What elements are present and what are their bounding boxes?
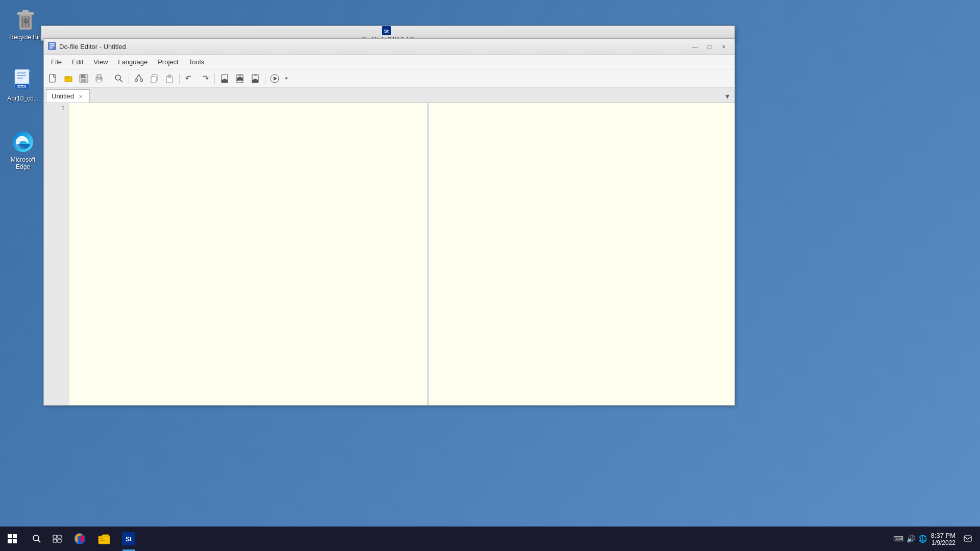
- taskbar-date: 1/9/2022: [931, 539, 955, 546]
- dofile-minimize-btn[interactable]: —: [689, 42, 702, 52]
- tab-untitled-close[interactable]: ×: [77, 93, 84, 100]
- svg-marker-22: [54, 74, 56, 77]
- svg-rect-56: [58, 535, 61, 538]
- desktop: ♻ Recycle Bin DTA Apr10_co...: [0, 0, 980, 551]
- svg-text:St: St: [384, 29, 389, 34]
- keyboard-icon[interactable]: ⌨: [893, 535, 903, 543]
- taskbar-app-firefox[interactable]: [67, 527, 92, 551]
- svg-point-32: [115, 75, 120, 80]
- svg-line-54: [38, 540, 41, 543]
- toolbar-open-btn[interactable]: [61, 72, 76, 85]
- file-explorer-icon: [97, 532, 111, 545]
- svg-rect-39: [151, 77, 156, 83]
- dta-file-label: Apr10_co...: [7, 95, 38, 102]
- network-icon[interactable]: 🌐: [918, 535, 927, 543]
- svg-rect-20: [50, 47, 53, 48]
- dofile-close-btn[interactable]: ×: [717, 42, 730, 52]
- editor-textarea[interactable]: [69, 103, 427, 405]
- svg-line-35: [139, 74, 141, 79]
- toolbar-undo-btn[interactable]: [182, 72, 197, 85]
- toolbar-copy-btn[interactable]: [147, 72, 161, 85]
- stata-titlebar-icon: St: [382, 26, 391, 35]
- toolbar-sep-4: [214, 73, 215, 84]
- toolbar-next-bookmark-btn[interactable]: [248, 72, 262, 85]
- tab-untitled[interactable]: Untitled ×: [46, 89, 90, 103]
- toolbar-new-btn[interactable]: [46, 72, 60, 85]
- stata-taskbar-icon: St: [122, 532, 135, 545]
- menu-language[interactable]: Language: [113, 56, 153, 68]
- toolbar-print-btn[interactable]: [92, 72, 106, 85]
- svg-point-31: [101, 78, 102, 79]
- menu-edit[interactable]: Edit: [67, 56, 88, 68]
- toolbar-paste-btn[interactable]: [162, 72, 177, 85]
- toolbar: [44, 69, 734, 88]
- taskbar-search-btn[interactable]: [27, 527, 47, 551]
- taskbar-clock[interactable]: 8:37 PM 1/9/2022: [931, 532, 955, 546]
- firefox-icon: [73, 532, 86, 545]
- svg-rect-9: [17, 72, 26, 73]
- tab-dropdown-btn[interactable]: ▾: [722, 89, 732, 103]
- editor-pane-right: [429, 103, 734, 405]
- recycle-bin-label: Recycle Bin: [9, 34, 41, 41]
- taskbar-system-tray: ⌨ 🔊 🌐 8:37 PM 1/9/2022: [893, 527, 980, 551]
- svg-marker-51: [274, 77, 277, 81]
- task-view-icon: [53, 535, 62, 543]
- menu-file[interactable]: File: [46, 56, 67, 68]
- toolbar-run-dropdown-btn[interactable]: [282, 72, 290, 85]
- svg-rect-41: [168, 75, 171, 78]
- notification-btn[interactable]: [960, 527, 976, 551]
- svg-rect-55: [53, 535, 57, 538]
- edge-label: Microsoft Edge: [5, 156, 41, 170]
- tab-untitled-label: Untitled: [52, 92, 74, 100]
- svg-marker-52: [285, 78, 288, 80]
- dofile-window-title: Do-file Editor - Untitled: [59, 43, 689, 51]
- notification-icon: [963, 534, 972, 543]
- toolbar-find-btn[interactable]: [112, 72, 126, 85]
- menu-project[interactable]: Project: [153, 56, 183, 68]
- line-number-1: 1: [44, 103, 69, 114]
- taskbar-apps-area: St: [67, 527, 893, 551]
- svg-text:St: St: [126, 536, 132, 543]
- toolbar-save-btn[interactable]: [77, 72, 91, 85]
- toolbar-sep-3: [179, 73, 180, 84]
- svg-marker-8: [29, 69, 31, 71]
- menu-tools[interactable]: Tools: [184, 56, 209, 68]
- toolbar-prev-bookmark-btn[interactable]: [233, 72, 247, 85]
- taskbar-app-stata[interactable]: St: [116, 527, 141, 551]
- svg-rect-62: [100, 540, 105, 541]
- dofile-maximize-btn[interactable]: □: [703, 42, 716, 52]
- line-numbers-panel: 1: [44, 103, 69, 405]
- svg-rect-10: [17, 75, 26, 76]
- desktop-icon-edge[interactable]: Microsoft Edge: [3, 128, 43, 172]
- toolbar-run-btn[interactable]: [268, 72, 281, 85]
- taskbar-task-view-btn[interactable]: [47, 527, 67, 551]
- svg-rect-29: [97, 74, 101, 78]
- windows-logo-icon: [8, 534, 17, 543]
- svg-rect-18: [50, 43, 55, 44]
- svg-rect-57: [53, 539, 57, 542]
- dofile-titlebar-icon: [48, 42, 56, 52]
- editor-area: 1: [44, 103, 734, 405]
- volume-icon[interactable]: 🔊: [906, 535, 915, 543]
- taskbar-start-btn[interactable]: [0, 527, 24, 551]
- svg-rect-11: [17, 78, 23, 79]
- svg-point-37: [140, 79, 143, 81]
- menu-view[interactable]: View: [88, 56, 113, 68]
- svg-line-34: [136, 74, 139, 79]
- svg-point-53: [33, 535, 39, 541]
- svg-marker-48: [252, 79, 258, 83]
- toolbar-bookmark-toggle-btn[interactable]: [217, 72, 232, 85]
- toolbar-redo-btn[interactable]: [198, 72, 212, 85]
- desktop-icon-recycle-bin[interactable]: ♻ Recycle Bin: [5, 5, 46, 43]
- svg-rect-60: [99, 536, 110, 544]
- toolbar-cut-btn[interactable]: [132, 72, 146, 85]
- editor-right-content: [429, 103, 734, 405]
- desktop-icon-dta[interactable]: DTA Apr10_co...: [3, 66, 43, 104]
- taskbar-app-file-explorer[interactable]: [92, 527, 116, 551]
- svg-rect-19: [50, 45, 55, 46]
- recycle-bin-icon: ♻: [13, 7, 38, 32]
- toolbar-sep-1: [109, 73, 109, 84]
- edge-icon: [11, 130, 35, 154]
- desktop-left-area: ♻ Recycle Bin DTA Apr10_co...: [0, 0, 41, 527]
- toolbar-sep-5: [265, 73, 265, 84]
